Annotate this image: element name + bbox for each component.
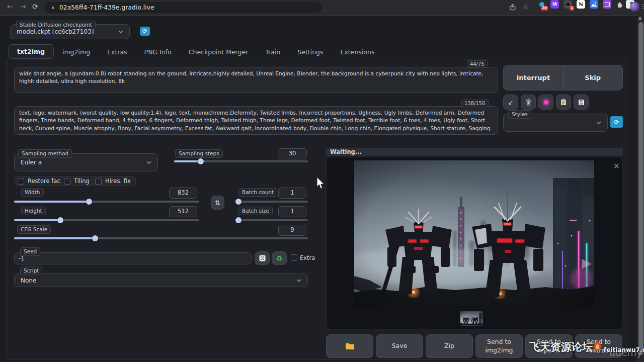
random-seed-button[interactable]	[255, 251, 270, 265]
sampling-method-value: Euler a	[21, 159, 42, 166]
scrollbar-up-icon[interactable]: ▲	[638, 16, 641, 20]
open-folder-button[interactable]	[326, 334, 373, 358]
interrupt-skip-group: Interrupt Skip	[503, 65, 623, 90]
generated-image[interactable]	[354, 160, 594, 306]
reuse-seed-button[interactable]: ♻	[272, 251, 287, 265]
batch-size-slider[interactable]	[235, 217, 308, 223]
sampling-steps-slider[interactable]	[174, 158, 308, 164]
tab-train[interactable]: Train	[257, 45, 289, 59]
sampling-steps-input[interactable]: 30	[278, 148, 307, 159]
batch-count-slider[interactable]	[235, 199, 308, 205]
save-button[interactable]: Save	[376, 334, 423, 358]
page-scrollbar[interactable]: ▲	[637, 15, 644, 362]
height-input[interactable]: 512	[169, 206, 197, 217]
prompt-textarea[interactable]: wide shot angle, a (gundam:0.8) robot st…	[14, 67, 498, 93]
floppy-icon	[578, 99, 585, 106]
recycle-icon: ♻	[276, 255, 283, 262]
prompt-counter: 44/75	[467, 60, 488, 68]
width-input[interactable]: 832	[169, 188, 197, 199]
clipboard-icon	[560, 99, 567, 106]
tab-settings[interactable]: Settings	[289, 45, 332, 59]
main-tabs: txt2img img2img Extras PNG Info Checkpoi…	[8, 45, 383, 59]
batch-size-label: Batch size	[238, 207, 273, 215]
send-to-img2img-button[interactable]: Send to img2img	[475, 334, 523, 358]
tab-extras[interactable]: Extras	[99, 45, 136, 59]
interrupt-button[interactable]: Interrupt	[504, 65, 563, 90]
negative-prompt-counter: 138/150	[461, 100, 489, 107]
pin-badge: 20	[541, 6, 548, 11]
tab-img2img[interactable]: img2img	[54, 45, 99, 59]
checkbox-icon[interactable]	[95, 178, 102, 185]
address-bar[interactable]: 02a56ff4-71ff-439e.gradio.live	[44, 2, 322, 13]
tab-png-info[interactable]: PNG Info	[136, 45, 180, 59]
url-text: 02a56ff4-71ff-439e.gradio.live	[59, 4, 154, 11]
bookmark-star-icon[interactable]: ☆	[522, 3, 529, 11]
palette-dot-icon	[544, 100, 548, 105]
script-value: None	[21, 277, 36, 284]
back-icon[interactable]: ←	[7, 3, 13, 11]
batch-count-label: Batch count	[238, 188, 277, 197]
zip-button[interactable]: Zip	[426, 334, 473, 358]
save-style-button[interactable]	[574, 95, 589, 110]
trash-icon	[525, 99, 532, 106]
browser-menu-icon[interactable]: ⋮	[640, 3, 644, 10]
styles-refresh-button[interactable]: ⟳	[610, 116, 623, 128]
scrollbar-thumb[interactable]	[638, 22, 643, 355]
seed-label: Seed	[20, 247, 40, 256]
forward-icon[interactable]: →	[20, 3, 26, 11]
width-slider[interactable]	[14, 199, 199, 205]
script-label: Script	[20, 266, 42, 275]
share-icon[interactable]	[509, 4, 516, 11]
extension-image-icon[interactable]	[590, 0, 598, 9]
height-slider[interactable]	[14, 217, 199, 223]
extension-pin-icon[interactable]: 20	[537, 0, 546, 9]
extension-capture-icon[interactable]: 1	[564, 0, 572, 9]
checkbox-icon[interactable]	[64, 178, 70, 185]
checkpoint-label: Stable Diffusion checkpoint	[16, 21, 96, 29]
profile-avatar[interactable]	[630, 2, 639, 12]
swap-dimensions-button[interactable]: ⇅	[211, 196, 224, 210]
chevron-down-icon	[118, 30, 123, 33]
seed-extra-checkbox[interactable]	[291, 254, 297, 261]
extension-ia-icon[interactable]: IA	[550, 0, 559, 9]
negative-prompt-textarea[interactable]: text, logo, watermark, (worst quality, l…	[14, 106, 498, 135]
progress-status-bar: Waiting...	[326, 148, 623, 156]
seed-extra-label: Extra	[300, 254, 315, 261]
gallery-thumbnail[interactable]	[460, 311, 482, 325]
tab-txt2img[interactable]: txt2img	[8, 44, 54, 59]
cfg-scale-slider[interactable]	[14, 235, 308, 241]
checkbox-icon[interactable]	[18, 178, 24, 185]
script-dropdown[interactable]: None	[14, 274, 308, 287]
sampling-steps-label: Sampling steps	[175, 149, 223, 158]
seed-input[interactable]: -1	[14, 252, 252, 264]
hires-fix-checkbox[interactable]: Hires. fix	[92, 176, 136, 186]
batch-count-input[interactable]: 1	[278, 188, 306, 199]
chevron-down-icon	[596, 121, 601, 124]
checkpoint-refresh-button[interactable]: ⟳	[140, 27, 150, 36]
checkpoint-value: model.ckpt [cc6cb27103]	[17, 28, 94, 35]
extra-networks-button[interactable]	[538, 95, 553, 110]
paste-params-button[interactable]: ↙	[503, 95, 518, 110]
skip-button[interactable]: Skip	[564, 65, 623, 90]
styles-label: Styles	[508, 110, 531, 119]
lock-icon	[50, 6, 55, 9]
extension-purple-icon[interactable]	[603, 0, 611, 9]
arrow-down-left-icon: ↙	[508, 99, 514, 106]
swap-arrows-icon: ⇅	[215, 199, 220, 207]
width-label: Width	[21, 188, 44, 197]
batch-size-input[interactable]: 1	[278, 206, 306, 217]
height-label: Height	[21, 207, 46, 215]
cfg-scale-input[interactable]: 9	[278, 225, 306, 236]
clear-prompt-button[interactable]	[521, 95, 536, 110]
folder-icon	[345, 342, 355, 350]
output-gallery: ×	[326, 157, 623, 329]
close-preview-icon[interactable]: ×	[613, 161, 620, 170]
reload-icon[interactable]: ⟳	[32, 3, 38, 11]
tiling-checkbox[interactable]: Tiling	[60, 176, 95, 186]
tab-checkpoint-merger[interactable]: Checkpoint Merger	[180, 45, 257, 59]
tab-extensions[interactable]: Extensions	[332, 45, 383, 59]
extensions-puzzle-icon[interactable]	[616, 0, 624, 9]
mouse-cursor	[315, 177, 326, 189]
extension-notion-icon[interactable]: N	[577, 0, 585, 9]
apply-styles-button[interactable]	[556, 95, 571, 110]
